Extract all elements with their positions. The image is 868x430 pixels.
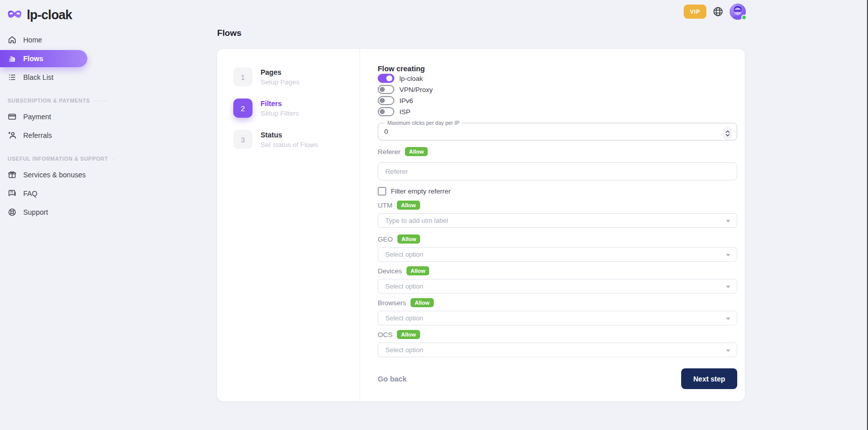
page-title: Flows: [217, 28, 241, 38]
sidebar-item-flows[interactable]: Flows: [0, 50, 87, 67]
flow-stepper: 1 Pages Setup Pages 2 Filters Setup Filt…: [217, 49, 360, 401]
sidebar-item-payment[interactable]: Payment: [0, 108, 116, 125]
ocs-label: OCS: [378, 331, 392, 339]
sidebar-item-referrals[interactable]: Referrals: [0, 127, 116, 144]
sidebar-section-subscription-payments: SUBSCRIPTION & PAYMENTS: [0, 97, 107, 104]
sidebar-item-label: Services & bonuses: [23, 171, 86, 179]
chevron-up-icon: [726, 130, 730, 133]
utm-placeholder: Type to add utm label: [385, 217, 448, 224]
svg-text:?!: ?!: [10, 190, 13, 194]
toggle-switch-off[interactable]: [378, 107, 394, 116]
referer-input[interactable]: [378, 162, 737, 180]
ocs-allow-badge[interactable]: Allow: [397, 330, 420, 339]
next-step-button[interactable]: Next step: [681, 368, 737, 389]
toggle-switch-on[interactable]: [378, 74, 394, 83]
home-icon: [8, 35, 17, 44]
sidebar-section-useful-info: USEFUL INFORMATION & SUPPORT: [0, 155, 107, 162]
dropdown-caret-icon: [726, 220, 730, 222]
devices-allow-badge[interactable]: Allow: [406, 266, 429, 275]
toggle-isp[interactable]: ISP: [378, 106, 737, 117]
utm-label-row: UTM Allow: [378, 200, 737, 210]
gift-icon: [8, 170, 17, 179]
max-clicks-field: Maximum clicks per day per IP: [378, 120, 737, 140]
utm-allow-badge[interactable]: Allow: [397, 201, 420, 210]
toggle-ipv6[interactable]: IPv6: [378, 95, 737, 106]
referer-label-row: Referer Allow: [378, 147, 737, 157]
brand-logo[interactable]: lp-cloak: [0, 0, 116, 22]
section-divider: [112, 159, 115, 159]
toggle-switch-off[interactable]: [378, 85, 394, 94]
browsers-label: Browsers: [378, 299, 406, 307]
step-title: Status: [261, 130, 318, 139]
geo-placeholder: Select option: [385, 251, 423, 258]
sidebar-item-services-bonuses[interactable]: Services & bonuses: [0, 166, 116, 183]
devices-placeholder: Select option: [385, 282, 423, 290]
browsers-allow-badge[interactable]: Allow: [411, 298, 433, 307]
lifebuoy-icon: [8, 208, 17, 217]
vip-button[interactable]: VIP: [684, 5, 706, 19]
sidebar-item-label: Payment: [23, 113, 51, 121]
section-title: SUBSCRIPTION & PAYMENTS: [8, 98, 90, 104]
form-footer: Go back Next step: [378, 368, 737, 389]
devices-select[interactable]: Select option: [378, 279, 737, 294]
step-subtitle: Set status of Flows: [261, 141, 318, 149]
sidebar-item-label: Black List: [23, 73, 54, 81]
step-status[interactable]: 3 Status Set status of Flows: [217, 130, 360, 149]
ocs-placeholder: Select option: [385, 346, 423, 354]
chevron-down-icon: [726, 134, 730, 136]
sidebar-item-label: Home: [23, 36, 42, 44]
geo-allow-badge[interactable]: Allow: [397, 234, 420, 244]
referer-allow-badge[interactable]: Allow: [405, 147, 428, 156]
sidebar-item-faq[interactable]: ?! FAQ: [0, 185, 116, 202]
sidebar-item-support[interactable]: Support: [0, 204, 116, 221]
go-back-button[interactable]: Go back: [378, 375, 406, 383]
flow-creating-form: Flow creating lp-cloak VPN/Proxy IPv6 IS…: [378, 49, 737, 389]
geo-label: GEO: [378, 235, 393, 243]
language-globe-icon[interactable]: [712, 6, 724, 17]
browsers-select[interactable]: Select option: [378, 311, 737, 325]
toggle-label: lp-cloak: [399, 75, 423, 82]
referer-label: Referer: [378, 148, 400, 156]
filter-empty-referrer-checkbox[interactable]: [378, 187, 386, 196]
browsers-label-row: Browsers Allow: [378, 298, 737, 308]
ocs-select[interactable]: Select option: [378, 343, 737, 357]
filter-empty-referrer-label: Filter empty referrer: [391, 187, 451, 195]
section-title: USEFUL INFORMATION & SUPPORT: [8, 156, 108, 162]
flow-card: 1 Pages Setup Pages 2 Filters Setup Filt…: [217, 49, 745, 401]
black-list-icon: [8, 73, 17, 82]
sidebar-item-label: Flows: [23, 55, 43, 63]
toggle-label: VPN/Proxy: [399, 86, 433, 93]
filter-empty-referrer-row[interactable]: Filter empty referrer: [378, 186, 737, 196]
person-add-icon: [8, 131, 17, 140]
online-status-dot: [741, 15, 747, 20]
step-number: 2: [233, 99, 252, 118]
step-filters[interactable]: 2 Filters Setup Filters: [217, 99, 360, 118]
sidebar-item-home[interactable]: Home: [0, 31, 116, 49]
sidebar-nav: Home Flows Black List SUBSCRIPTION & PAY…: [0, 31, 116, 221]
topbar-right-cluster: VIP: [684, 4, 746, 20]
dropdown-caret-icon: [726, 317, 730, 320]
sidebar-item-label: FAQ: [23, 189, 37, 198]
utm-label: UTM: [378, 202, 392, 209]
step-number: 3: [233, 130, 252, 149]
max-clicks-input[interactable]: [384, 126, 710, 137]
user-avatar[interactable]: [730, 4, 746, 20]
step-subtitle: Setup Filters: [261, 110, 299, 117]
form-title: Flow creating: [378, 65, 737, 73]
sidebar-item-black-list[interactable]: Black List: [0, 69, 116, 86]
max-clicks-label: Maximum clicks per day per IP: [385, 120, 462, 126]
toggle-vpn-proxy[interactable]: VPN/Proxy: [378, 84, 737, 95]
devices-label-row: Devices Allow: [378, 266, 737, 276]
toggle-lp-cloak[interactable]: lp-cloak: [378, 73, 737, 84]
geo-select[interactable]: Select option: [378, 247, 737, 262]
sidebar-item-label: Support: [23, 208, 48, 216]
step-subtitle: Setup Pages: [261, 78, 299, 86]
dropdown-caret-icon: [726, 285, 730, 288]
toggle-label: IPv6: [399, 97, 413, 105]
browsers-placeholder: Select option: [385, 314, 423, 322]
toggle-switch-off[interactable]: [378, 96, 394, 105]
step-pages[interactable]: 1 Pages Setup Pages: [217, 67, 360, 86]
utm-select[interactable]: Type to add utm label: [378, 213, 737, 228]
number-stepper-buttons[interactable]: [723, 127, 732, 140]
sidebar-item-label: Referrals: [23, 131, 52, 139]
